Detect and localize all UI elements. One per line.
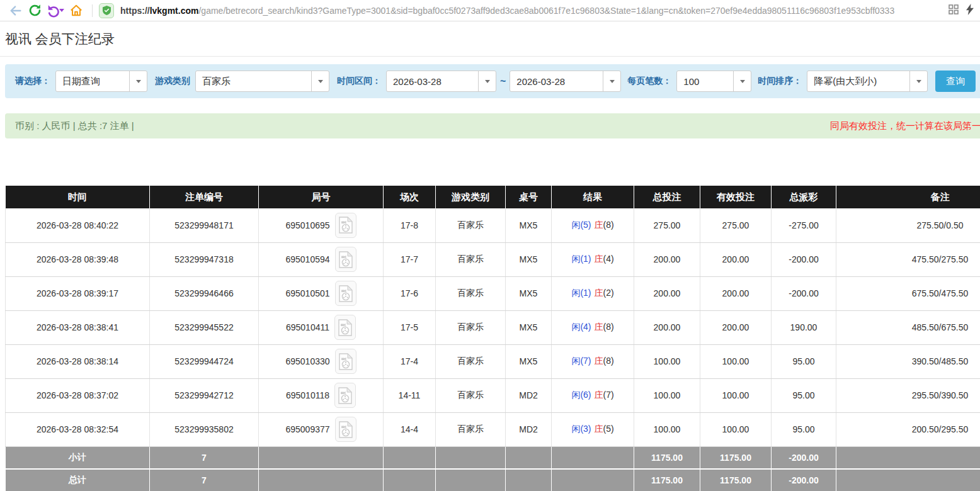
table-row: 2026-03-28 08:32:54 523299935802 6950093… xyxy=(6,412,980,446)
total-payout: -200.00 xyxy=(772,469,836,491)
table-row: 2026-03-28 08:38:14 523299944724 6950103… xyxy=(6,344,980,378)
cell-remark: 200.50/295.50 xyxy=(836,412,980,446)
date-to-input[interactable]: 2026-03-28 xyxy=(510,71,621,92)
table-body: 2026-03-28 08:40:22 523299948171 6950106… xyxy=(6,208,980,446)
lightning-icon[interactable] xyxy=(966,4,974,18)
filter-bar: 请选择： 日期查询 游戏类别 百家乐 时间区间： 2026-03-28 ~ 20… xyxy=(5,64,980,98)
cell-remark: 295.50/390.50 xyxy=(836,378,980,412)
cell-result: 闲(7)庄(8) xyxy=(552,344,634,378)
cell-round: 695009377 xyxy=(259,412,384,446)
date-from-input[interactable]: 2026-03-28 xyxy=(386,71,496,92)
cell-time: 2026-03-28 08:39:48 xyxy=(6,242,150,276)
cell-total-bet: 200.00 xyxy=(634,242,700,276)
video-replay-icon[interactable] xyxy=(334,315,356,340)
subtotal-count: 7 xyxy=(150,446,259,469)
url-domain: lvkgmt.com xyxy=(150,6,199,16)
cell-bet-id: 523299944724 xyxy=(150,344,259,378)
search-button[interactable]: 查询 xyxy=(935,71,976,92)
chevron-down-icon[interactable] xyxy=(603,71,620,91)
cell-session: 17-7 xyxy=(384,242,436,276)
cell-time: 2026-03-28 08:40:22 xyxy=(6,208,150,242)
result-player: 闲(3) xyxy=(571,424,591,434)
video-replay-icon[interactable] xyxy=(334,383,356,408)
cell-total-bet: 100.00 xyxy=(634,344,700,378)
back-icon[interactable] xyxy=(6,1,25,20)
result-banker-number: (2) xyxy=(603,288,614,298)
cell-valid-bet: 200.00 xyxy=(700,276,772,310)
cell-result: 闲(3)庄(5) xyxy=(552,412,634,446)
cell-game-type: 百家乐 xyxy=(436,378,506,412)
cell-table-no: MX5 xyxy=(506,344,552,378)
result-banker-number: (8) xyxy=(603,322,614,332)
refresh-icon[interactable] xyxy=(25,1,44,20)
cell-total-bet: 200.00 xyxy=(634,276,700,310)
round-number: 695010501 xyxy=(285,288,329,298)
date-to-value: 2026-03-28 xyxy=(510,71,603,91)
cell-table-no: MD2 xyxy=(506,412,552,446)
video-replay-icon[interactable] xyxy=(335,247,356,272)
table-row: 2026-03-28 08:39:17 523299946466 6950105… xyxy=(6,276,980,310)
cell-payout: 190.00 xyxy=(772,310,836,344)
browser-toolbar: https://lvkgmt.com/game/betrecord_search… xyxy=(0,0,980,21)
header-time: 时间 xyxy=(6,186,150,208)
cell-round: 695010411 xyxy=(259,310,384,344)
video-replay-icon[interactable] xyxy=(335,281,356,306)
secure-shield-icon[interactable] xyxy=(99,3,114,18)
table-row: 2026-03-28 08:40:22 523299948171 6950106… xyxy=(6,208,980,242)
result-banker-number: (8) xyxy=(603,220,614,230)
cell-time: 2026-03-28 08:32:54 xyxy=(6,412,150,446)
chevron-down-icon[interactable] xyxy=(311,71,329,91)
chevron-down-icon[interactable] xyxy=(733,71,751,91)
toolbar-divider xyxy=(92,4,93,17)
cell-bet-id: 523299935802 xyxy=(150,412,259,446)
total-total-bet: 1175.00 xyxy=(634,469,700,491)
result-banker-number: (4) xyxy=(603,254,614,264)
result-player: 闲(7) xyxy=(571,356,591,366)
home-icon[interactable] xyxy=(67,1,86,20)
chevron-down-icon[interactable] xyxy=(909,71,927,91)
address-bar[interactable]: https://lvkgmt.com/game/betrecord_search… xyxy=(120,6,943,16)
page-size-value: 100 xyxy=(677,71,733,91)
cell-total-bet: 200.00 xyxy=(634,310,700,344)
cell-round: 695010501 xyxy=(259,276,384,310)
cell-payout: -275.00 xyxy=(772,208,836,242)
header-session: 场次 xyxy=(384,186,436,208)
video-replay-icon[interactable] xyxy=(335,349,356,374)
url-path: /game/betrecord_search/kind3?GameType=30… xyxy=(198,6,894,16)
time-sort-select[interactable]: 降幂(由大到小) xyxy=(807,71,928,92)
cell-total-bet: 275.00 xyxy=(634,208,700,242)
subtotal-total-bet: 1175.00 xyxy=(634,446,700,469)
chevron-down-icon[interactable] xyxy=(478,71,496,91)
round-number: 695010118 xyxy=(286,390,329,400)
video-replay-icon[interactable] xyxy=(335,417,356,442)
result-banker: 庄 xyxy=(595,356,603,366)
header-table-no: 桌号 xyxy=(506,186,552,208)
video-replay-icon[interactable] xyxy=(335,213,356,238)
round-number: 695010411 xyxy=(286,322,329,332)
cell-remark: 275.50/0.50 xyxy=(836,208,980,242)
total-valid-bet: 1175.00 xyxy=(700,469,772,491)
table-row: 2026-03-28 08:39:48 523299947318 6950105… xyxy=(6,242,980,276)
cell-game-type: 百家乐 xyxy=(436,276,506,310)
result-banker: 庄 xyxy=(595,288,603,298)
date-from-value: 2026-03-28 xyxy=(387,71,478,91)
cell-game-type: 百家乐 xyxy=(436,412,506,446)
cell-table-no: MX5 xyxy=(506,310,552,344)
query-type-select[interactable]: 日期查询 xyxy=(55,71,147,92)
cell-time: 2026-03-28 08:38:14 xyxy=(6,344,150,378)
page-size-select[interactable]: 100 xyxy=(676,71,751,92)
header-payout: 总派彩 xyxy=(772,186,836,208)
cell-bet-id: 523299946466 xyxy=(150,276,259,310)
result-banker: 庄 xyxy=(595,254,603,264)
summary-bar: 币别 : 人民币 | 总共 :7 注单 | 同局有效投注，统一计算在该局第一 xyxy=(5,113,980,138)
cell-total-bet: 100.00 xyxy=(634,378,700,412)
qr-code-icon[interactable] xyxy=(949,4,959,17)
undo-dropdown-caret-icon[interactable] xyxy=(59,9,64,12)
game-type-select[interactable]: 百家乐 xyxy=(195,71,329,92)
cell-result: 闲(1)庄(2) xyxy=(552,276,634,310)
header-bet-id: 注单编号 xyxy=(150,186,259,208)
time-sort-label: 时间排序： xyxy=(758,76,802,87)
query-type-value: 日期查询 xyxy=(56,71,129,91)
cell-result: 闲(6)庄(7) xyxy=(552,378,634,412)
chevron-down-icon[interactable] xyxy=(129,71,147,91)
